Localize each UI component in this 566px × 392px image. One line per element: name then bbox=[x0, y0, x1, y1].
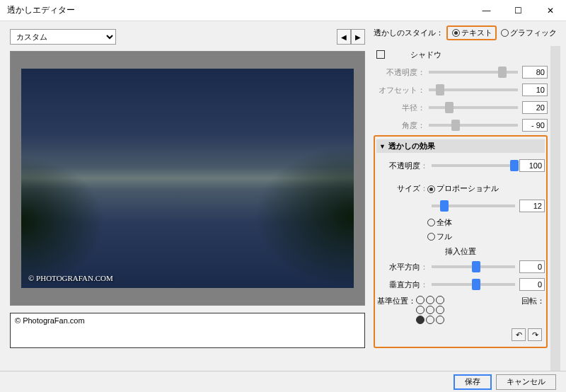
shadow-radius-label: 半径 bbox=[374, 103, 417, 113]
shadow-checkbox[interactable] bbox=[376, 50, 385, 59]
shadow-header-row: シャドウ bbox=[374, 46, 548, 63]
size-fit-radio[interactable]: 全体 bbox=[427, 215, 545, 229]
prev-button[interactable]: ◀ bbox=[337, 29, 351, 45]
maximize-button[interactable]: ☐ bbox=[502, 0, 534, 21]
size-proportional-radio[interactable]: プロポーショナル bbox=[427, 183, 499, 194]
watermark-text-input[interactable]: © PhotograFan.com bbox=[10, 313, 365, 348]
close-button[interactable]: ✕ bbox=[534, 0, 566, 21]
size-label: サイズ bbox=[376, 183, 420, 194]
anchor-label: 基準位置： bbox=[376, 296, 416, 306]
horizontal-label: 水平方向 bbox=[376, 262, 420, 272]
title-bar: 透かしエディター ― ☐ ✕ bbox=[0, 0, 566, 21]
effects-opacity-value[interactable]: 100 bbox=[519, 159, 545, 172]
style-graphic-radio[interactable]: グラフィック bbox=[501, 28, 557, 38]
rotate-ccw-button[interactable]: ↶ bbox=[512, 328, 526, 341]
window-title: 透かしエディター bbox=[7, 4, 75, 16]
shadow-offset-label: オフセット bbox=[374, 85, 417, 96]
preset-select[interactable]: カスタム bbox=[10, 29, 116, 45]
shadow-title: シャドウ bbox=[410, 50, 441, 60]
shadow-opacity-label: 不透明度 bbox=[374, 67, 417, 78]
size-value[interactable]: 12 bbox=[519, 200, 545, 212]
size-fill-radio[interactable]: フル bbox=[427, 229, 545, 243]
style-text-highlight: テキスト bbox=[446, 25, 497, 40]
cancel-button[interactable]: キャンセル bbox=[496, 374, 556, 390]
horizontal-slider[interactable] bbox=[432, 265, 515, 268]
shadow-opacity-value[interactable]: 80 bbox=[522, 66, 548, 79]
save-button[interactable]: 保存 bbox=[454, 374, 492, 390]
vertical-label: 垂直方向 bbox=[376, 279, 420, 290]
anchor-grid[interactable] bbox=[416, 296, 446, 325]
effects-opacity-label: 不透明度 bbox=[376, 161, 420, 171]
shadow-offset-value[interactable]: 10 bbox=[522, 83, 548, 96]
vertical-value[interactable]: 0 bbox=[519, 278, 545, 291]
effects-opacity-slider[interactable] bbox=[432, 164, 515, 167]
style-text-radio[interactable]: テキスト bbox=[452, 28, 492, 38]
rotate-cw-button[interactable]: ↷ bbox=[528, 328, 542, 341]
horizontal-value[interactable]: 0 bbox=[519, 260, 545, 273]
next-button[interactable]: ▶ bbox=[351, 29, 365, 45]
effects-header[interactable]: ▼透かしの効果 bbox=[376, 139, 545, 153]
effects-highlight-panel: ▼透かしの効果 不透明度：100 サイズ：プロポーショナル 12 全体 フル 挿… bbox=[374, 135, 548, 348]
footer: 保存 キャンセル bbox=[0, 371, 566, 392]
preview-area: © PHOTOGRAFAN.COM bbox=[10, 51, 365, 306]
shadow-offset-slider[interactable] bbox=[429, 88, 518, 91]
position-title: 挿入位置 bbox=[376, 246, 545, 257]
scrollbar-thumb[interactable] bbox=[550, 173, 560, 258]
preview-image: © PHOTOGRAFAN.COM bbox=[21, 69, 354, 288]
vertical-slider[interactable] bbox=[432, 283, 515, 286]
minimize-button[interactable]: ― bbox=[470, 0, 502, 21]
watermark-preview-text: © PHOTOGRAFAN.COM bbox=[28, 274, 113, 282]
shadow-radius-slider[interactable] bbox=[429, 106, 518, 109]
shadow-opacity-slider[interactable] bbox=[429, 71, 518, 74]
shadow-angle-label: 角度 bbox=[374, 120, 417, 131]
size-slider[interactable] bbox=[432, 204, 515, 207]
shadow-angle-value[interactable]: - 90 bbox=[522, 119, 548, 132]
shadow-angle-slider[interactable] bbox=[429, 124, 518, 127]
shadow-radius-value[interactable]: 20 bbox=[522, 101, 548, 114]
style-label: 透かしのスタイル： bbox=[374, 28, 444, 38]
style-row: 透かしのスタイル： テキスト グラフィック bbox=[374, 25, 560, 40]
collapse-icon: ▼ bbox=[379, 143, 386, 150]
rotate-label: 回転： bbox=[521, 296, 545, 306]
